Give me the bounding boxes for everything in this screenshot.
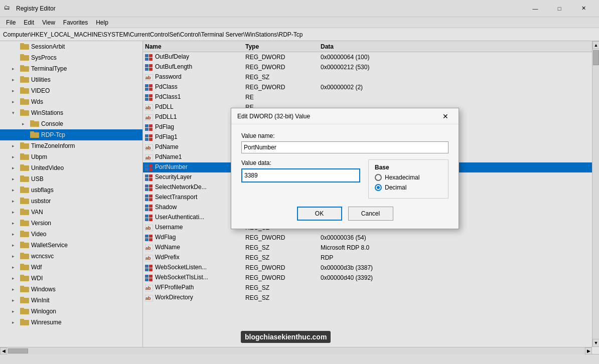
- hexadecimal-radio-row[interactable]: Hexadecimal: [375, 174, 442, 181]
- hexadecimal-radio[interactable]: [375, 174, 382, 181]
- ok-button[interactable]: OK: [297, 207, 342, 221]
- value-data-input[interactable]: [241, 168, 360, 183]
- cancel-button[interactable]: Cancel: [348, 207, 393, 221]
- dialog-overlay: Edit DWORD (32-bit) Value ✕ Value name: …: [0, 0, 599, 364]
- dialog-buttons: OK Cancel: [241, 207, 448, 221]
- value-name-label: Value name:: [241, 132, 448, 139]
- dialog-title-bar: Edit DWORD (32-bit) Value ✕: [231, 108, 459, 124]
- dialog-close-button[interactable]: ✕: [438, 110, 453, 122]
- hexadecimal-label: Hexadecimal: [385, 174, 419, 181]
- base-title: Base: [375, 164, 442, 171]
- dialog-row: Value data: Base Hexadecimal Decimal: [241, 159, 448, 199]
- value-data-section: Value data:: [241, 159, 360, 183]
- decimal-radio[interactable]: [375, 184, 382, 191]
- dialog-body: Value name: Value data: Base Hexadecimal: [231, 124, 459, 229]
- edit-dword-dialog: Edit DWORD (32-bit) Value ✕ Value name: …: [231, 108, 459, 229]
- value-name-input[interactable]: [241, 141, 448, 153]
- value-data-label: Value data:: [241, 159, 360, 166]
- decimal-label: Decimal: [385, 184, 406, 191]
- decimal-radio-row[interactable]: Decimal: [375, 184, 442, 191]
- dialog-title: Edit DWORD (32-bit) Value: [237, 113, 438, 120]
- watermark: blogchiasekienthuc.com: [241, 331, 331, 343]
- base-section: Base Hexadecimal Decimal: [368, 159, 448, 199]
